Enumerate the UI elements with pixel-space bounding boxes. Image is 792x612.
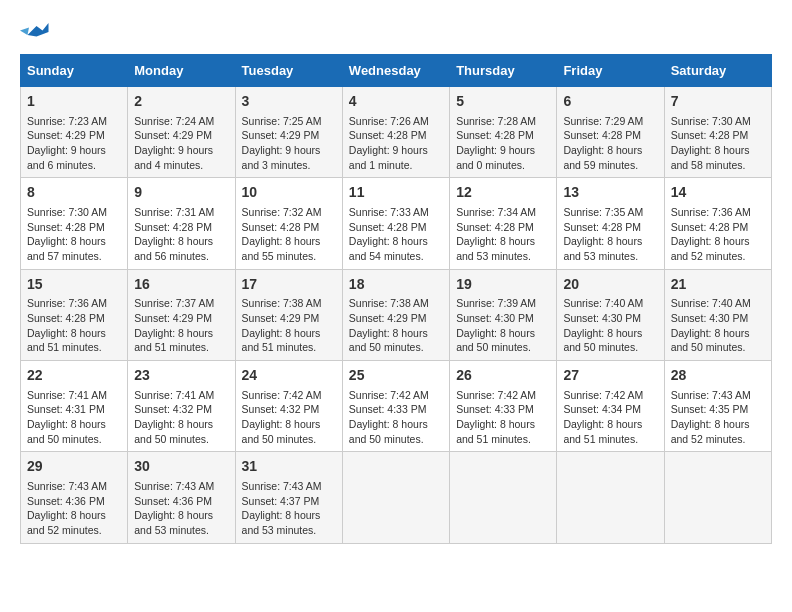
weekday-header: Monday <box>128 55 235 87</box>
weekday-header: Sunday <box>21 55 128 87</box>
day-number: 10 <box>242 183 336 203</box>
day-number: 18 <box>349 275 443 295</box>
calendar-table: SundayMondayTuesdayWednesdayThursdayFrid… <box>20 54 772 544</box>
day-number: 2 <box>134 92 228 112</box>
weekday-header: Thursday <box>450 55 557 87</box>
day-number: 9 <box>134 183 228 203</box>
calendar-cell: 16Sunrise: 7:37 AM Sunset: 4:29 PM Dayli… <box>128 269 235 360</box>
calendar-cell: 5Sunrise: 7:28 AM Sunset: 4:28 PM Daylig… <box>450 87 557 178</box>
day-detail: Sunrise: 7:39 AM Sunset: 4:30 PM Dayligh… <box>456 296 550 355</box>
day-detail: Sunrise: 7:30 AM Sunset: 4:28 PM Dayligh… <box>671 114 765 173</box>
calendar-cell: 1Sunrise: 7:23 AM Sunset: 4:29 PM Daylig… <box>21 87 128 178</box>
calendar-cell: 7Sunrise: 7:30 AM Sunset: 4:28 PM Daylig… <box>664 87 771 178</box>
weekday-header: Saturday <box>664 55 771 87</box>
day-detail: Sunrise: 7:36 AM Sunset: 4:28 PM Dayligh… <box>27 296 121 355</box>
day-detail: Sunrise: 7:34 AM Sunset: 4:28 PM Dayligh… <box>456 205 550 264</box>
day-number: 17 <box>242 275 336 295</box>
weekday-header: Tuesday <box>235 55 342 87</box>
day-detail: Sunrise: 7:42 AM Sunset: 4:33 PM Dayligh… <box>456 388 550 447</box>
day-detail: Sunrise: 7:24 AM Sunset: 4:29 PM Dayligh… <box>134 114 228 173</box>
day-number: 6 <box>563 92 657 112</box>
day-number: 30 <box>134 457 228 477</box>
calendar-cell: 20Sunrise: 7:40 AM Sunset: 4:30 PM Dayli… <box>557 269 664 360</box>
day-detail: Sunrise: 7:43 AM Sunset: 4:35 PM Dayligh… <box>671 388 765 447</box>
calendar-cell: 8Sunrise: 7:30 AM Sunset: 4:28 PM Daylig… <box>21 178 128 269</box>
calendar-cell: 24Sunrise: 7:42 AM Sunset: 4:32 PM Dayli… <box>235 361 342 452</box>
day-detail: Sunrise: 7:42 AM Sunset: 4:32 PM Dayligh… <box>242 388 336 447</box>
svg-marker-1 <box>20 28 29 36</box>
calendar-cell: 19Sunrise: 7:39 AM Sunset: 4:30 PM Dayli… <box>450 269 557 360</box>
day-number: 25 <box>349 366 443 386</box>
header <box>20 20 772 44</box>
weekday-header: Wednesday <box>342 55 449 87</box>
day-number: 7 <box>671 92 765 112</box>
day-number: 28 <box>671 366 765 386</box>
day-detail: Sunrise: 7:40 AM Sunset: 4:30 PM Dayligh… <box>671 296 765 355</box>
calendar-cell: 2Sunrise: 7:24 AM Sunset: 4:29 PM Daylig… <box>128 87 235 178</box>
logo <box>20 20 54 44</box>
day-detail: Sunrise: 7:26 AM Sunset: 4:28 PM Dayligh… <box>349 114 443 173</box>
calendar-cell: 28Sunrise: 7:43 AM Sunset: 4:35 PM Dayli… <box>664 361 771 452</box>
calendar-week-row: 8Sunrise: 7:30 AM Sunset: 4:28 PM Daylig… <box>21 178 772 269</box>
day-number: 12 <box>456 183 550 203</box>
day-number: 14 <box>671 183 765 203</box>
day-detail: Sunrise: 7:43 AM Sunset: 4:36 PM Dayligh… <box>134 479 228 538</box>
calendar-cell: 11Sunrise: 7:33 AM Sunset: 4:28 PM Dayli… <box>342 178 449 269</box>
day-detail: Sunrise: 7:28 AM Sunset: 4:28 PM Dayligh… <box>456 114 550 173</box>
day-number: 11 <box>349 183 443 203</box>
day-number: 4 <box>349 92 443 112</box>
day-detail: Sunrise: 7:38 AM Sunset: 4:29 PM Dayligh… <box>242 296 336 355</box>
calendar-cell: 22Sunrise: 7:41 AM Sunset: 4:31 PM Dayli… <box>21 361 128 452</box>
calendar-cell <box>557 452 664 543</box>
calendar-week-row: 29Sunrise: 7:43 AM Sunset: 4:36 PM Dayli… <box>21 452 772 543</box>
calendar-cell: 12Sunrise: 7:34 AM Sunset: 4:28 PM Dayli… <box>450 178 557 269</box>
day-number: 31 <box>242 457 336 477</box>
day-detail: Sunrise: 7:37 AM Sunset: 4:29 PM Dayligh… <box>134 296 228 355</box>
day-number: 16 <box>134 275 228 295</box>
calendar-cell <box>450 452 557 543</box>
calendar-week-row: 22Sunrise: 7:41 AM Sunset: 4:31 PM Dayli… <box>21 361 772 452</box>
day-detail: Sunrise: 7:35 AM Sunset: 4:28 PM Dayligh… <box>563 205 657 264</box>
day-detail: Sunrise: 7:32 AM Sunset: 4:28 PM Dayligh… <box>242 205 336 264</box>
day-detail: Sunrise: 7:41 AM Sunset: 4:32 PM Dayligh… <box>134 388 228 447</box>
day-detail: Sunrise: 7:43 AM Sunset: 4:37 PM Dayligh… <box>242 479 336 538</box>
calendar-cell: 10Sunrise: 7:32 AM Sunset: 4:28 PM Dayli… <box>235 178 342 269</box>
day-number: 23 <box>134 366 228 386</box>
day-number: 1 <box>27 92 121 112</box>
calendar-cell: 9Sunrise: 7:31 AM Sunset: 4:28 PM Daylig… <box>128 178 235 269</box>
calendar-cell: 29Sunrise: 7:43 AM Sunset: 4:36 PM Dayli… <box>21 452 128 543</box>
day-detail: Sunrise: 7:40 AM Sunset: 4:30 PM Dayligh… <box>563 296 657 355</box>
day-detail: Sunrise: 7:33 AM Sunset: 4:28 PM Dayligh… <box>349 205 443 264</box>
calendar-cell: 23Sunrise: 7:41 AM Sunset: 4:32 PM Dayli… <box>128 361 235 452</box>
day-detail: Sunrise: 7:30 AM Sunset: 4:28 PM Dayligh… <box>27 205 121 264</box>
day-number: 27 <box>563 366 657 386</box>
day-detail: Sunrise: 7:29 AM Sunset: 4:28 PM Dayligh… <box>563 114 657 173</box>
day-detail: Sunrise: 7:42 AM Sunset: 4:33 PM Dayligh… <box>349 388 443 447</box>
calendar-cell: 31Sunrise: 7:43 AM Sunset: 4:37 PM Dayli… <box>235 452 342 543</box>
day-number: 24 <box>242 366 336 386</box>
calendar-cell: 13Sunrise: 7:35 AM Sunset: 4:28 PM Dayli… <box>557 178 664 269</box>
day-number: 3 <box>242 92 336 112</box>
calendar-cell: 21Sunrise: 7:40 AM Sunset: 4:30 PM Dayli… <box>664 269 771 360</box>
day-number: 22 <box>27 366 121 386</box>
logo-icon <box>20 20 50 44</box>
day-number: 20 <box>563 275 657 295</box>
calendar-cell <box>342 452 449 543</box>
weekday-header: Friday <box>557 55 664 87</box>
calendar-header-row: SundayMondayTuesdayWednesdayThursdayFrid… <box>21 55 772 87</box>
calendar-cell <box>664 452 771 543</box>
day-number: 21 <box>671 275 765 295</box>
calendar-cell: 18Sunrise: 7:38 AM Sunset: 4:29 PM Dayli… <box>342 269 449 360</box>
day-number: 29 <box>27 457 121 477</box>
day-detail: Sunrise: 7:43 AM Sunset: 4:36 PM Dayligh… <box>27 479 121 538</box>
calendar-cell: 27Sunrise: 7:42 AM Sunset: 4:34 PM Dayli… <box>557 361 664 452</box>
calendar-cell: 25Sunrise: 7:42 AM Sunset: 4:33 PM Dayli… <box>342 361 449 452</box>
calendar-week-row: 15Sunrise: 7:36 AM Sunset: 4:28 PM Dayli… <box>21 269 772 360</box>
day-detail: Sunrise: 7:23 AM Sunset: 4:29 PM Dayligh… <box>27 114 121 173</box>
day-number: 5 <box>456 92 550 112</box>
calendar-cell: 30Sunrise: 7:43 AM Sunset: 4:36 PM Dayli… <box>128 452 235 543</box>
day-detail: Sunrise: 7:42 AM Sunset: 4:34 PM Dayligh… <box>563 388 657 447</box>
calendar-cell: 15Sunrise: 7:36 AM Sunset: 4:28 PM Dayli… <box>21 269 128 360</box>
calendar-cell: 6Sunrise: 7:29 AM Sunset: 4:28 PM Daylig… <box>557 87 664 178</box>
calendar-cell: 14Sunrise: 7:36 AM Sunset: 4:28 PM Dayli… <box>664 178 771 269</box>
